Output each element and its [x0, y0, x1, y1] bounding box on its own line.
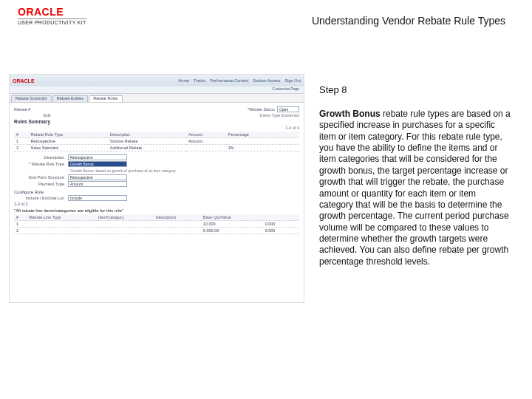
ss-dates-label: Dates Type Explained [260, 113, 299, 117]
ss-nav-perf[interactable]: Performance Context [210, 78, 248, 83]
ss-pt-select[interactable]: Amount [68, 181, 127, 187]
table-row[interactable]: 2 5,000.00 0.000 [14, 228, 299, 234]
instruction-body: rebate rule types are based on a specifi… [319, 109, 511, 267]
step-label: Step 8 [319, 84, 511, 95]
col-amt: Amount [186, 132, 226, 138]
ss-desc-select[interactable]: Retrospective [68, 154, 127, 160]
col-num: # [14, 132, 28, 138]
col-type: Rebate Rule Type [28, 132, 107, 138]
ss-config-heading: Configure Rule [14, 190, 299, 194]
ss-body: Rebate # *Rebate Status Open Edit Dates … [10, 103, 304, 302]
ss-pt-label: Payment Type [14, 182, 66, 186]
ss-customize-link[interactable]: Customize Page [10, 86, 304, 94]
page-title: Understanding Vendor Rebate Rule Types [312, 15, 505, 27]
col-pct: Percentage [226, 132, 280, 138]
table-header-row: # Rebate Rule Type Description Amount Pe… [14, 132, 299, 138]
table-row[interactable]: 2 Sales Standard Additional Rebate 2% [14, 145, 299, 151]
upk-subbrand: USER PRODUCTIVITY KIT [18, 18, 86, 25]
ss-nav-signout[interactable]: Sign Out [285, 78, 301, 83]
c2-e2 [290, 214, 299, 221]
ss-eps-select[interactable]: Retrospective [68, 174, 127, 180]
oracle-logo: ORACLE [18, 6, 86, 18]
ss-nav-home[interactable]: Home [178, 78, 189, 83]
ss-status-label: *Rebate Status [248, 107, 275, 112]
c2-type: Rebate Line Type [27, 214, 96, 221]
instruction-text: Growth Bonus rebate rule types are based… [319, 109, 511, 267]
ss-eligibility-note: "All rebate line items/categories are el… [14, 208, 299, 213]
ss-rrt-label: * Rebate Rule Type [14, 162, 66, 166]
c2-desc: Description [154, 214, 201, 221]
ss-desc-label: Description [14, 155, 66, 160]
ss-nav: Home Tracks Performance Context Section … [178, 78, 301, 83]
ss-rules-heading: Rules Summary [14, 119, 299, 124]
c2-num: # [14, 214, 27, 221]
table-row[interactable]: 1 Retrospective Volume Rebate Amount [14, 138, 299, 145]
ss-tabs: Rebate Summary Rebate Entries Rebate Rul… [10, 94, 304, 103]
ss-loc-select[interactable]: Include [68, 195, 127, 201]
col-e2 [290, 132, 299, 138]
c2-e1 [263, 214, 291, 221]
ss-range: 1-4 of 4 [14, 126, 299, 130]
col-e1 [280, 132, 290, 138]
ss-tab-summary[interactable]: Rebate Summary [11, 95, 52, 102]
c2-base: Base Qty/Value [201, 214, 263, 221]
ss-lines-table: # Rebate Line Type Item/Category Descrip… [14, 214, 299, 234]
ss-oracle-logo: ORACLE [13, 78, 35, 83]
ss-loc-label: Include / Exclude Loc [14, 196, 66, 200]
app-screenshot: ORACLE Home Tracks Performance Context S… [9, 74, 304, 303]
c2-item: Item/Category [96, 214, 154, 221]
ss-nav-tracks[interactable]: Tracks [194, 78, 205, 83]
ss-status-value[interactable]: Open [277, 106, 299, 112]
ss-tab-rules[interactable]: Rebate Rules [89, 95, 122, 102]
growth-bonus-term: Growth Bonus [319, 109, 381, 119]
ss-rrt-select[interactable]: Growth Bonus [68, 161, 127, 167]
ss-rules-table: # Rebate Rule Type Description Amount Pe… [14, 132, 299, 151]
table-header-row: # Rebate Line Type Item/Category Descrip… [14, 214, 299, 221]
ss-topbar: ORACLE Home Tracks Performance Context S… [10, 75, 304, 86]
ss-pager2: 1-2 of 2 [14, 202, 299, 206]
table-row[interactable]: 1 10,000 0.000 [14, 221, 299, 228]
ss-nav-section[interactable]: Section Access [253, 78, 280, 83]
instruction-panel: Step 8 Growth Bonus rebate rule types ar… [319, 84, 511, 267]
ss-rrt-note: Growth Bonus: based on growth of purchas… [70, 168, 299, 173]
ss-tab-entries[interactable]: Rebate Entries [52, 95, 88, 102]
ss-rebate-num-label: Rebate # [14, 107, 30, 112]
brand-logo-block: ORACLE USER PRODUCTIVITY KIT [18, 6, 86, 25]
col-desc: Description [108, 132, 186, 138]
ss-eps-label: End Point Structure [14, 175, 66, 180]
ss-edit-link[interactable]: Edit [44, 113, 50, 117]
